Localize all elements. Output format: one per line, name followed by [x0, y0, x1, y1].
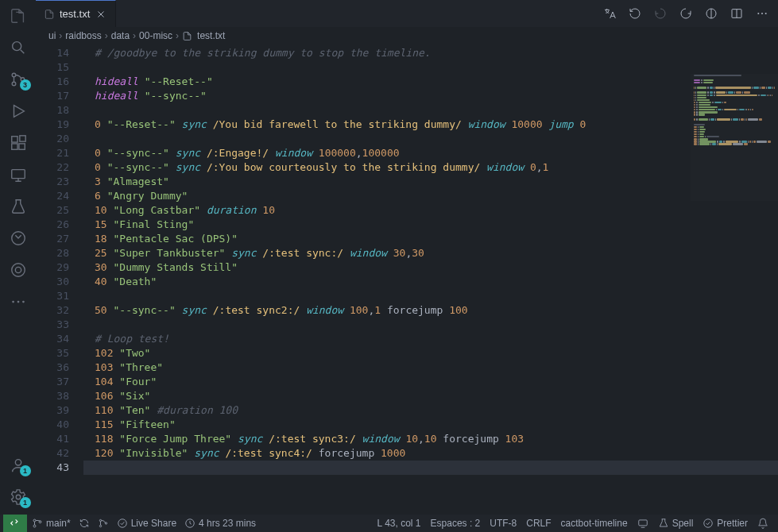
svg-point-20 [761, 13, 763, 14]
remote-button[interactable] [3, 515, 27, 532]
spell-check[interactable]: Spell [658, 518, 694, 529]
more-icon[interactable] [9, 292, 28, 311]
translate-icon[interactable] [602, 6, 617, 21]
svg-point-1 [12, 73, 16, 77]
svg-point-25 [99, 519, 101, 521]
eol[interactable]: CRLF [526, 518, 551, 529]
language-mode[interactable]: cactbot-timeline [561, 518, 628, 529]
branch-indicator[interactable]: main* [32, 518, 71, 529]
svg-rect-8 [11, 170, 25, 179]
svg-point-15 [15, 460, 21, 465]
svg-point-12 [12, 301, 14, 303]
minimap[interactable] [691, 74, 778, 201]
activity-bar: 3 1 1 [0, 0, 36, 515]
svg-rect-30 [638, 520, 647, 526]
feedback-icon[interactable] [637, 518, 648, 529]
svg-point-19 [757, 13, 759, 14]
svg-point-0 [12, 42, 21, 51]
indentation[interactable]: Espaces : 2 [431, 518, 481, 529]
toggle-icon[interactable] [703, 6, 719, 21]
next-change-icon[interactable] [678, 6, 694, 21]
svg-point-28 [118, 519, 126, 528]
svg-point-14 [22, 301, 25, 303]
live-share-button[interactable]: Live Share [117, 518, 176, 529]
svg-point-31 [704, 519, 713, 528]
code-editor[interactable]: # /goodbye to the striking dummy to stop… [83, 44, 778, 515]
cursor-position[interactable]: L 43, col 1 [377, 518, 421, 529]
time-tracker[interactable]: 4 hrs 23 mins [184, 518, 256, 529]
file-icon [44, 9, 55, 20]
split-editor-icon[interactable] [729, 6, 745, 21]
accounts-badge: 1 [20, 465, 31, 476]
discard-icon[interactable] [627, 6, 643, 21]
svg-rect-7 [19, 136, 25, 141]
more-actions-icon[interactable] [754, 6, 770, 21]
tabs-bar: test.txt [36, 0, 778, 27]
status-bar: main* Live Share 4 hrs 23 mins L 43, col… [0, 515, 778, 532]
prettier-status[interactable]: Prettier [703, 518, 748, 529]
svg-point-10 [11, 264, 25, 277]
settings-badge: 1 [20, 497, 31, 508]
tab-label: test.txt [60, 8, 90, 20]
sync-button[interactable] [79, 518, 90, 529]
svg-point-11 [15, 267, 21, 272]
svg-rect-4 [11, 137, 17, 142]
notifications-icon[interactable] [757, 518, 768, 529]
prev-change-icon[interactable] [652, 6, 668, 21]
svg-point-21 [765, 13, 767, 14]
testing-icon[interactable] [9, 197, 28, 216]
svg-point-13 [17, 301, 19, 303]
source-control-badge: 3 [20, 79, 31, 91]
line-number-gutter: 1415161718192021222324252627282930313233… [36, 44, 83, 515]
unknown-1-icon[interactable] [9, 229, 28, 248]
run-debug-icon[interactable] [9, 102, 28, 121]
svg-point-2 [12, 82, 16, 86]
git-graph-button[interactable] [98, 518, 109, 529]
svg-rect-6 [18, 144, 24, 149]
svg-point-22 [33, 519, 36, 522]
encoding[interactable]: UTF-8 [490, 518, 517, 529]
remote-explorer-icon[interactable] [9, 165, 28, 184]
extensions-icon[interactable] [9, 133, 28, 152]
unknown-2-icon[interactable] [9, 260, 28, 279]
explorer-icon[interactable] [9, 6, 28, 25]
svg-point-23 [33, 525, 36, 527]
svg-point-16 [16, 495, 21, 499]
tab-test-txt[interactable]: test.txt [36, 0, 116, 27]
settings-icon[interactable]: 1 [9, 488, 28, 507]
search-icon[interactable] [9, 38, 28, 57]
svg-point-26 [99, 525, 101, 526]
accounts-icon[interactable]: 1 [9, 456, 28, 475]
close-icon[interactable] [95, 8, 107, 21]
breadcrumb[interactable]: ui›raidboss›data›00-misc›test.txt [36, 27, 778, 44]
source-control-icon[interactable]: 3 [9, 70, 28, 89]
svg-rect-5 [11, 144, 17, 149]
